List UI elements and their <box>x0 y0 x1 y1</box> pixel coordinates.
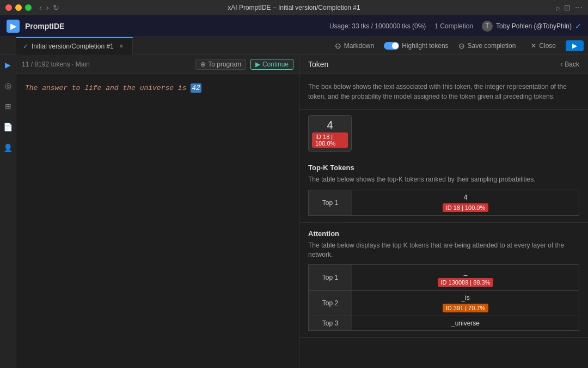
back-nav-icon[interactable]: ‹ <box>39 3 42 12</box>
attention-table: Top 1 _ ID 130089 | 88.3% Top 2 <box>308 264 579 331</box>
topk-row-value-1: 4 ID 18 | 100.0% <box>352 190 579 215</box>
tab-bar-right: ⊖ Markdown Highlight tokens ⊖ Save compl… <box>329 40 588 52</box>
attn-value-3: _universe <box>451 319 480 327</box>
usage-text: Usage: 33 tks / 1000000 tks (0%) <box>329 22 426 30</box>
sidebar-icon-person[interactable]: 👤 <box>2 142 14 154</box>
tab-close-icon[interactable]: × <box>117 42 126 51</box>
forward-nav-icon[interactable]: › <box>46 3 49 12</box>
minimize-dot[interactable] <box>15 4 22 11</box>
sidebar: ▶ ◎ ⊞ 📄 👤 <box>0 55 16 368</box>
token-value: 4 <box>327 119 333 131</box>
topk-title: Top-K Tokens <box>308 164 579 172</box>
topk-section: Top-K Tokens The table below shows the t… <box>299 157 588 223</box>
back-button[interactable]: ‹ Back <box>560 61 579 68</box>
maximize-dot[interactable] <box>25 4 32 11</box>
toolbar-buttons: ⊕ To program ▶ Continue <box>195 59 293 70</box>
topk-table: Top 1 4 ID 18 | 100.0% <box>308 190 579 216</box>
sidebar-icon-layers[interactable]: ⊞ <box>2 100 14 112</box>
close-x-icon: ✕ <box>531 42 536 50</box>
editor-text: The answer to life and the universe is <box>25 84 191 92</box>
save-completion-button[interactable]: ⊖ Save completion <box>453 40 522 52</box>
token-id-badge: ID 18 | 100.0% <box>312 132 348 148</box>
minus-icon-save: ⊖ <box>458 41 465 50</box>
highlight-toggle[interactable]: Highlight tokens <box>384 42 448 50</box>
table-row: Top 1 _ ID 130089 | 88.3% <box>309 265 579 291</box>
sidebar-icon-circle[interactable]: ◎ <box>2 80 14 92</box>
close-dot[interactable] <box>5 4 12 11</box>
topk-label-text-1: Top 1 <box>322 199 338 207</box>
markdown-label: Markdown <box>344 42 374 50</box>
app-header-right: Usage: 33 tks / 1000000 tks (0%) 1 Compl… <box>329 21 581 32</box>
to-program-label: To program <box>208 61 241 68</box>
app-header: ▶ PromptIDE Usage: 33 tks / 1000000 tks … <box>0 15 588 37</box>
attention-title: Attention <box>308 230 579 238</box>
attn-value-1: _ <box>464 268 468 276</box>
window-controls[interactable]: ‹ › ↻ <box>5 3 59 12</box>
tab-check-icon: ✓ <box>23 43 28 50</box>
close-label: Close <box>539 42 556 50</box>
save-label: Save completion <box>468 42 516 50</box>
continue-label: Continue <box>262 61 289 68</box>
attn-badge-2: ID 391 | 70.7% <box>443 304 489 312</box>
toggle-knob <box>392 43 399 49</box>
attn-value-2: _is <box>461 294 469 301</box>
markdown-button[interactable]: ⊖ Markdown <box>329 40 379 52</box>
table-row: Top 2 _is ID 391 | 70.7% <box>309 291 579 316</box>
window-expand-icon[interactable]: ⊡ <box>564 3 571 12</box>
topk-row-label-1: Top 1 <box>309 190 352 215</box>
attn-badge-1: ID 130089 | 88.3% <box>438 278 494 287</box>
attn-cell-2: _is ID 391 | 70.7% <box>358 294 573 312</box>
editor-area[interactable]: The answer to life and the universe is 4… <box>16 74 299 368</box>
token-description: The box below shows the text associated … <box>308 82 579 101</box>
right-panel: Token ‹ Back The box below shows the tex… <box>299 55 588 368</box>
main-layout: ▶ ◎ ⊞ 📄 👤 11 / 8192 tokens · Main ⊕ To p… <box>0 55 588 368</box>
close-button[interactable]: ✕ Close <box>525 40 561 51</box>
attn-row-label-1: Top 1 <box>309 265 352 291</box>
token-box: 4 ID 18 | 100.0% <box>308 115 352 152</box>
play-icon: ▶ <box>255 61 260 68</box>
attn-row-label-2: Top 2 <box>309 291 352 316</box>
logo-icon: ▶ <box>10 22 16 31</box>
topk-value-1: 4 <box>464 194 468 201</box>
run-button[interactable]: ▶ <box>566 40 584 51</box>
token-info-text: 11 / 8192 tokens · Main <box>22 61 90 68</box>
nav-buttons[interactable]: ‹ › ↻ <box>39 3 59 12</box>
minus-icon-left: ⊖ <box>335 41 341 50</box>
token-display: 4 ID 18 | 100.0% <box>308 115 579 152</box>
titlebar-right: ⌕ ⊡ ⋯ <box>555 3 583 12</box>
continue-button[interactable]: ▶ Continue <box>250 59 293 70</box>
refresh-icon[interactable]: ↻ <box>53 3 59 12</box>
to-program-button[interactable]: ⊕ To program <box>195 59 246 70</box>
attn-cell-1: _ ID 130089 | 88.3% <box>358 268 573 287</box>
sidebar-icon-play[interactable]: ▶ <box>2 59 14 71</box>
more-icon[interactable]: ⋯ <box>575 3 583 12</box>
window-title: xAI PromptIDE – Initial version/Completi… <box>228 4 360 11</box>
attn-label-3: Top 3 <box>322 319 338 327</box>
tab-label: Initial version/Completion #1 <box>32 43 114 50</box>
verified-icon: ✓ <box>575 22 581 31</box>
tab-bar: ✓ Initial version/Completion #1 × ⊖ Mark… <box>0 37 588 55</box>
app-logo: ▶ <box>7 20 20 33</box>
right-panel-title: Token <box>308 60 328 69</box>
back-chevron-icon: ‹ <box>560 61 562 68</box>
attn-label-1: Top 1 <box>322 274 338 281</box>
table-row: Top 3 _universe <box>309 316 579 331</box>
attn-cell-3: _universe <box>358 319 573 327</box>
toggle-switch[interactable] <box>384 42 399 50</box>
plus-icon: ⊕ <box>200 61 206 68</box>
left-toolbar: 11 / 8192 tokens · Main ⊕ To program ▶ C… <box>16 55 299 74</box>
tab-initial-version[interactable]: ✓ Initial version/Completion #1 × <box>16 37 133 55</box>
topk-cell-1: 4 ID 18 | 100.0% <box>358 194 573 212</box>
app-name: PromptIDE <box>25 22 64 31</box>
attn-row-label-3: Top 3 <box>309 316 352 331</box>
attention-desc: The table below displays the top K token… <box>308 241 579 260</box>
sidebar-icon-file[interactable]: 📄 <box>2 121 14 133</box>
attention-section: Attention The table below displays the t… <box>299 223 588 339</box>
token-highlighted[interactable]: 42 <box>191 83 201 93</box>
user-name: Toby Pohlen (@TobyPhln) <box>496 22 572 30</box>
attn-row-value-2: _is ID 391 | 70.7% <box>352 291 579 316</box>
attn-label-2: Top 2 <box>322 299 338 307</box>
search-icon[interactable]: ⌕ <box>555 3 560 12</box>
left-panel: 11 / 8192 tokens · Main ⊕ To program ▶ C… <box>16 55 299 368</box>
topk-badge-1: ID 18 | 100.0% <box>443 203 489 212</box>
